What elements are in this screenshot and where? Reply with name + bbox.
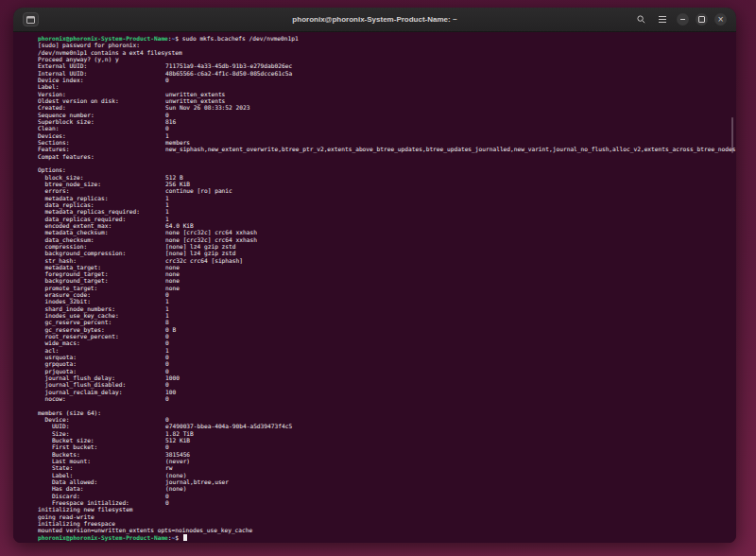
terminal-line: background_target:none — [38, 277, 736, 284]
terminal-line: wide_macs:0 — [38, 339, 736, 346]
terminal-line: Data allowed:journal,btree,user — [38, 478, 736, 485]
terminal-line: Options: — [38, 166, 736, 173]
maximize-button[interactable] — [696, 13, 708, 26]
terminal-line: Freespace initialized:0 — [38, 499, 736, 506]
terminal-line: journal_flush_disabled:0 — [38, 381, 736, 388]
terminal-line: Buckets:3815456 — [38, 451, 736, 458]
terminal-line: Discard:0 — [38, 493, 736, 499]
desktop-background: phoronix@phoronix-System-Product-Name: ~ — [0, 0, 756, 556]
terminal-line: shard_inode_numbers:1 — [38, 305, 736, 312]
terminal-screen[interactable]: phoronix@phoronix-System-Product-Name:~$… — [13, 32, 736, 543]
terminal-line: members (size 64): — [38, 409, 736, 416]
terminal-line: UUID:e7490037-bbea-404a-90b4-a5d39473f4c… — [38, 423, 736, 429]
terminal-line: initializing new filesystem — [38, 506, 736, 513]
terminal-line: data_checksum:none [crc32c] crc64 xxhash — [38, 236, 736, 243]
terminal-line: Compat features: — [38, 153, 736, 160]
terminal-line: Features:new_siphash,new_extent_overwrit… — [38, 146, 736, 152]
terminal-line: usrquota:0 — [38, 354, 736, 360]
terminal-line: str_hash:crc32c crc64 [siphash] — [38, 257, 736, 264]
terminal-line: Label: — [38, 83, 736, 90]
terminal-line: Sequence number:0 — [38, 112, 736, 118]
terminal-line: Size:1.82 TiB — [38, 430, 736, 437]
terminal-line: data_replicas:1 — [38, 201, 736, 208]
terminal-line: compression:[none] lz4 gzip zstd — [38, 243, 736, 250]
terminal-line: acl:1 — [38, 347, 736, 354]
terminal-line: Label:(none) — [38, 472, 736, 478]
terminal-line: Bucket size:512 KiB — [38, 437, 736, 443]
terminal-line: Device:0 — [38, 416, 736, 423]
terminal-line: metadata_replicas_required:1 — [38, 208, 736, 215]
window-icon — [26, 16, 35, 24]
terminal-line: metadata_replicas:1 — [38, 195, 736, 201]
terminal-line: metadata_checksum:none [crc32c] crc64 xx… — [38, 229, 736, 235]
terminal-line: Devices:1 — [38, 132, 736, 139]
terminal-line: [sudo] password for phoronix: — [38, 42, 736, 48]
window-menu-button[interactable] — [23, 12, 39, 26]
titlebar[interactable]: phoronix@phoronix-System-Product-Name: ~ — [13, 8, 736, 32]
terminal-line: gc_reserve_percent:8 — [38, 319, 736, 325]
maximize-icon — [698, 16, 705, 23]
terminal-line: nocow:0 — [38, 395, 736, 402]
terminal-line — [38, 160, 736, 166]
terminal-line: Internal UUID:48b65566-c6a2-4f1c-8d50-08… — [38, 70, 736, 77]
terminal-line: block_size:512 B — [38, 174, 736, 181]
terminal-line: External UUID:711751a9-4a33-45db-91b3-e2… — [38, 62, 736, 69]
terminal-line: data_replicas_required:1 — [38, 216, 736, 222]
hamburger-menu-icon — [659, 16, 666, 23]
terminal-line: Superblock size:816 — [38, 118, 736, 125]
terminal-line: prjquota:0 — [38, 368, 736, 374]
menu-button[interactable] — [655, 13, 670, 26]
terminal-line: phoronix@phoronix-System-Product-Name:~$… — [38, 35, 736, 42]
minimize-icon — [680, 19, 685, 20]
terminal-line: foreground_target:none — [38, 270, 736, 277]
terminal-line: Proceed anyway? (y,n) y — [38, 56, 736, 62]
terminal-line: mounted version=unwritten_extents opts=n… — [38, 527, 736, 533]
terminal-line: journal_flush_delay:1000 — [38, 374, 736, 381]
terminal-line: metadata_target:none — [38, 264, 736, 270]
terminal-line: phoronix@phoronix-System-Product-Name:~$ — [38, 534, 736, 541]
terminal-line: Device index:0 — [38, 77, 736, 83]
terminal-line: Sections:members — [38, 139, 736, 146]
search-icon — [637, 15, 645, 24]
terminal-line: grpquota:0 — [38, 360, 736, 367]
terminal-line: errors:continue [ro] panic — [38, 187, 736, 194]
close-button[interactable]: × — [714, 13, 727, 26]
search-button[interactable] — [633, 13, 648, 26]
terminal-window: phoronix@phoronix-System-Product-Name: ~ — [13, 8, 736, 543]
terminal-line: Version:unwritten_extents — [38, 91, 736, 97]
terminal-line: Last mount:(never) — [38, 458, 736, 464]
window-title: phoronix@phoronix-System-Product-Name: ~ — [13, 15, 736, 24]
terminal-line: /dev/nvme0n1p1 contains a ext4 filesyste… — [38, 49, 736, 56]
terminal-line: initializing freespace — [38, 520, 736, 527]
terminal-line: inodes_32bit:1 — [38, 298, 736, 304]
terminal-line: Created:Sun Nov 26 08:33:52 2023 — [38, 104, 736, 111]
terminal-line: erasure_code:0 — [38, 291, 736, 298]
terminal-line: going read-write — [38, 513, 736, 520]
terminal-line: inodes_use_key_cache:1 — [38, 312, 736, 319]
terminal-line: State:rw — [38, 464, 736, 471]
terminal-line: Has data:(none) — [38, 485, 736, 492]
terminal-line: Oldest version on disk:unwritten_extents — [38, 97, 736, 104]
terminal-line: btree_node_size:256 KiB — [38, 181, 736, 187]
terminal-line: gc_reserve_bytes:0 B — [38, 326, 736, 333]
terminal-line: journal_reclaim_delay:100 — [38, 389, 736, 395]
terminal-line: Clean:0 — [38, 125, 736, 131]
terminal-line: encoded_extent_max:64.0 KiB — [38, 222, 736, 229]
terminal-line: root_reserve_percent:0 — [38, 333, 736, 339]
terminal-line: promote_target:none — [38, 285, 736, 291]
close-icon: × — [717, 16, 724, 24]
terminal-line: background_compression:[none] lz4 gzip z… — [38, 250, 736, 256]
minimize-button[interactable] — [677, 13, 689, 26]
terminal-line — [38, 402, 736, 408]
scrollbar-thumb[interactable] — [731, 117, 733, 153]
terminal-line: First bucket:0 — [38, 443, 736, 450]
terminal-cursor — [183, 534, 187, 541]
